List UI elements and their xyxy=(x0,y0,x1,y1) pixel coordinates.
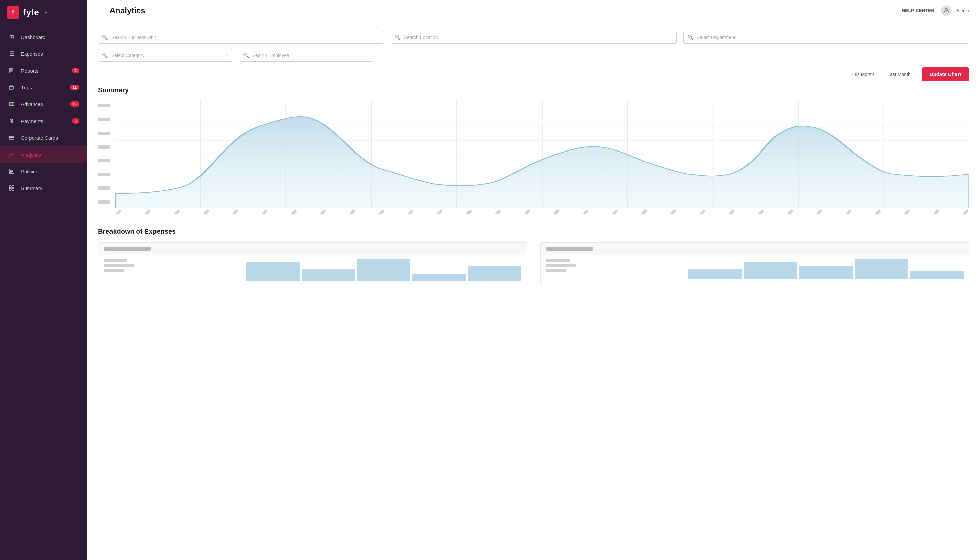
sidebar-item-trips[interactable]: Trips 11 xyxy=(0,79,87,96)
x-label xyxy=(466,209,472,214)
x-label xyxy=(875,209,881,214)
x-label xyxy=(846,209,852,214)
reports-icon xyxy=(8,67,15,74)
x-label xyxy=(817,209,822,214)
x-label xyxy=(145,209,151,214)
logo-icon: f xyxy=(7,6,20,19)
breakdown-title: Breakdown of Expenses xyxy=(98,228,969,235)
sidebar-item-advances[interactable]: Advances 13 xyxy=(0,96,87,113)
help-center-link[interactable]: HELP CENTER xyxy=(902,8,934,13)
logo-letter: f xyxy=(12,9,14,16)
chart-y-axis xyxy=(98,101,115,214)
corporate-cards-icon xyxy=(8,134,15,142)
logo-chevron-icon[interactable]: ▾ xyxy=(45,10,47,15)
last-month-button[interactable]: Last Month xyxy=(885,70,913,78)
svg-rect-6 xyxy=(9,102,14,106)
header: ← Analytics HELP CENTER User ▾ xyxy=(87,0,980,22)
sidebar-item-dashboard[interactable]: ⊞ Dashboard xyxy=(0,28,87,45)
breakdown-card xyxy=(98,242,527,285)
bar xyxy=(413,274,466,281)
sidebar-item-payments[interactable]: $ Payments 5 xyxy=(0,113,87,129)
user-chevron-icon: ▾ xyxy=(967,8,969,13)
sidebar-item-label: Expenses xyxy=(21,51,79,57)
bar xyxy=(689,269,742,279)
card-bars xyxy=(685,259,963,279)
bar xyxy=(468,266,521,281)
x-label xyxy=(115,209,121,214)
sidebar-item-policies[interactable]: Policies xyxy=(0,163,87,180)
x-label xyxy=(291,209,297,214)
chart-svg xyxy=(115,101,969,208)
x-label xyxy=(583,209,589,214)
category-input[interactable] xyxy=(98,49,232,62)
time-controls: This Month Last Month Update Chart xyxy=(98,67,969,81)
svg-rect-15 xyxy=(12,186,14,188)
trips-icon xyxy=(8,83,15,91)
location-filter: 🔍 xyxy=(391,31,676,44)
trips-badge: 11 xyxy=(70,85,79,90)
add-category-icon[interactable]: + xyxy=(225,52,228,58)
search-icon: 🔍 xyxy=(687,35,693,40)
y-label xyxy=(98,132,110,135)
dashboard-icon: ⊞ xyxy=(8,33,15,41)
sidebar-item-expenses[interactable]: ☰ Expenses xyxy=(0,45,87,62)
user-name-label: User xyxy=(955,8,965,13)
sidebar-item-label: Corporate Cards xyxy=(21,135,79,141)
x-label xyxy=(612,209,618,214)
business-unit-input[interactable] xyxy=(98,31,384,44)
sidebar-item-summary[interactable]: Summary xyxy=(0,180,87,197)
bar xyxy=(855,259,908,279)
svg-rect-14 xyxy=(9,186,12,188)
main-content: ← Analytics HELP CENTER User ▾ 🔍 🔍 xyxy=(87,0,980,560)
x-label xyxy=(554,209,559,214)
y-label xyxy=(98,118,110,121)
x-label xyxy=(671,209,676,214)
label-bar xyxy=(546,259,570,262)
user-menu-button[interactable]: User ▾ xyxy=(941,5,969,16)
search-icon: 🔍 xyxy=(394,35,400,40)
analytics-icon xyxy=(8,151,15,158)
label-bar xyxy=(104,259,127,262)
breakdown-card-header xyxy=(98,243,527,255)
y-label xyxy=(98,200,110,203)
content-area: 🔍 🔍 🔍 🔍 + 🔍 xyxy=(87,22,980,560)
sidebar-item-label: Dashboard xyxy=(21,34,79,40)
back-button[interactable]: ← xyxy=(98,7,105,15)
x-label xyxy=(320,209,326,214)
search-icon: 🔍 xyxy=(102,53,108,58)
sidebar-item-corporate-cards[interactable]: Corporate Cards xyxy=(0,129,87,146)
sidebar-item-analytics[interactable]: Analytics xyxy=(0,146,87,163)
page-title: Analytics xyxy=(110,6,145,15)
breakdown-card-body xyxy=(541,255,969,283)
employee-input[interactable] xyxy=(239,49,373,62)
this-month-button[interactable]: This Month xyxy=(848,70,877,78)
location-input[interactable] xyxy=(391,31,676,44)
reports-badge: 2 xyxy=(72,68,79,73)
x-label xyxy=(495,209,501,214)
svg-rect-16 xyxy=(9,188,12,190)
summary-chart-container xyxy=(98,101,969,214)
x-label xyxy=(787,209,793,214)
search-icon: 🔍 xyxy=(243,53,249,58)
svg-rect-17 xyxy=(12,188,14,190)
payments-badge: 5 xyxy=(72,118,79,123)
filters-row-1: 🔍 🔍 🔍 xyxy=(98,31,969,44)
card-left-labels xyxy=(104,259,241,281)
sidebar-item-reports[interactable]: Reports 2 xyxy=(0,62,87,79)
policies-icon xyxy=(8,168,15,175)
sidebar-item-label: Trips xyxy=(21,85,65,90)
update-chart-button[interactable]: Update Chart xyxy=(922,67,969,81)
x-label xyxy=(729,209,735,214)
label-bar xyxy=(104,269,124,272)
x-axis-labels xyxy=(115,208,969,214)
sidebar-item-label: Policies xyxy=(21,168,79,174)
breakdown-card-header xyxy=(541,243,969,255)
chart-area xyxy=(115,101,969,214)
x-label xyxy=(349,209,355,214)
header-left: ← Analytics xyxy=(98,6,145,15)
department-input[interactable] xyxy=(684,31,969,44)
bar xyxy=(910,271,963,279)
business-unit-filter: 🔍 xyxy=(98,31,384,44)
x-label xyxy=(758,209,764,214)
bar xyxy=(301,269,355,281)
